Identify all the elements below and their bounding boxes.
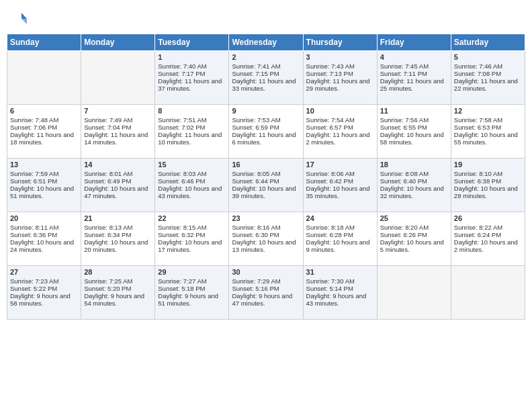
daylight: Daylight: 10 hours and 55 minutes. <box>454 131 518 146</box>
sunrise: Sunrise: 7:43 AM <box>306 62 355 70</box>
day-number: 24 <box>306 214 374 222</box>
day-number: 26 <box>454 214 522 222</box>
daylight: Daylight: 10 hours and 2 minutes. <box>454 238 518 253</box>
calendar-week: 1Sunrise: 7:40 AMSunset: 7:17 PMDaylight… <box>7 51 525 105</box>
calendar-cell: 31Sunrise: 7:30 AMSunset: 5:14 PMDayligh… <box>303 266 377 320</box>
sunrise: Sunrise: 7:53 AM <box>232 116 280 124</box>
calendar-week: 6Sunrise: 7:48 AMSunset: 7:06 PMDaylight… <box>7 105 525 158</box>
sunrise: Sunrise: 8:15 AM <box>158 224 206 231</box>
calendar-cell: 8Sunrise: 7:51 AMSunset: 7:02 PMDaylight… <box>155 105 229 158</box>
calendar-cell: 30Sunrise: 7:29 AMSunset: 5:16 PMDayligh… <box>229 266 303 320</box>
sunrise: Sunrise: 8:06 AM <box>306 170 355 177</box>
calendar-week: 27Sunrise: 7:23 AMSunset: 5:22 PMDayligh… <box>7 266 525 320</box>
sunset: Sunset: 7:13 PM <box>306 70 353 77</box>
daylight: Daylight: 10 hours and 5 minutes. <box>380 238 444 253</box>
calendar-cell: 12Sunrise: 7:58 AMSunset: 6:53 PMDayligh… <box>451 105 525 158</box>
daylight: Daylight: 9 hours and 47 minutes. <box>232 292 292 307</box>
day-number: 2 <box>232 53 300 61</box>
calendar-cell: 15Sunrise: 8:03 AMSunset: 6:46 PMDayligh… <box>155 158 229 212</box>
sunset: Sunset: 5:22 PM <box>10 285 57 292</box>
sunset: Sunset: 6:59 PM <box>232 124 279 131</box>
daylight: Daylight: 10 hours and 24 minutes. <box>10 238 74 253</box>
sunset: Sunset: 6:55 PM <box>380 124 427 131</box>
day-number: 3 <box>306 53 374 61</box>
daylight: Daylight: 11 hours and 25 minutes. <box>380 77 444 92</box>
day-number: 11 <box>380 107 448 115</box>
day-header: Monday <box>81 34 155 51</box>
calendar-cell: 4Sunrise: 7:45 AMSunset: 7:11 PMDaylight… <box>377 51 451 105</box>
sunset: Sunset: 5:16 PM <box>232 285 279 292</box>
daylight: Daylight: 11 hours and 37 minutes. <box>158 77 222 92</box>
calendar-week: 20Sunrise: 8:11 AMSunset: 6:36 PMDayligh… <box>7 212 525 266</box>
sunrise: Sunrise: 8:08 AM <box>380 170 429 177</box>
sunrise: Sunrise: 8:22 AM <box>454 224 502 231</box>
sunrise: Sunrise: 7:58 AM <box>454 116 502 124</box>
day-number: 6 <box>10 107 78 115</box>
sunrise: Sunrise: 7:25 AM <box>84 277 132 285</box>
calendar-cell: 27Sunrise: 7:23 AMSunset: 5:22 PMDayligh… <box>7 266 81 320</box>
daylight: Daylight: 11 hours and 33 minutes. <box>232 77 296 92</box>
calendar-cell: 17Sunrise: 8:06 AMSunset: 6:42 PMDayligh… <box>303 158 377 212</box>
sunset: Sunset: 7:02 PM <box>158 124 205 131</box>
calendar-cell: 20Sunrise: 8:11 AMSunset: 6:36 PMDayligh… <box>7 212 81 266</box>
sunrise: Sunrise: 7:45 AM <box>380 62 429 70</box>
calendar-cell <box>7 51 81 105</box>
day-number: 31 <box>306 268 374 276</box>
daylight: Daylight: 9 hours and 43 minutes. <box>306 292 367 307</box>
daylight: Daylight: 10 hours and 13 minutes. <box>232 238 296 253</box>
sunset: Sunset: 6:38 PM <box>454 177 501 185</box>
sunset: Sunset: 6:24 PM <box>454 231 501 238</box>
day-number: 21 <box>84 214 152 222</box>
day-header: Thursday <box>303 34 377 51</box>
day-number: 19 <box>454 161 522 169</box>
sunset: Sunset: 6:32 PM <box>158 231 205 238</box>
sunset: Sunset: 6:28 PM <box>306 231 353 238</box>
daylight: Daylight: 11 hours and 6 minutes. <box>232 131 296 146</box>
calendar-cell: 14Sunrise: 8:01 AMSunset: 6:49 PMDayligh… <box>81 158 155 212</box>
day-number: 8 <box>158 107 226 115</box>
sunrise: Sunrise: 8:11 AM <box>10 224 58 231</box>
sunrise: Sunrise: 7:27 AM <box>158 277 206 285</box>
day-number: 16 <box>232 161 300 169</box>
day-number: 1 <box>158 53 226 61</box>
sunrise: Sunrise: 7:23 AM <box>10 277 58 285</box>
sunset: Sunset: 7:15 PM <box>232 70 279 77</box>
daylight: Daylight: 10 hours and 9 minutes. <box>306 238 370 253</box>
logo <box>7 9 30 30</box>
sunset: Sunset: 7:08 PM <box>454 70 501 77</box>
sunrise: Sunrise: 7:41 AM <box>232 62 280 70</box>
day-header: Friday <box>377 34 451 51</box>
sunset: Sunset: 6:53 PM <box>454 124 501 131</box>
logo-icon <box>7 9 27 30</box>
sunset: Sunset: 7:06 PM <box>10 124 57 131</box>
sunset: Sunset: 5:20 PM <box>84 285 131 292</box>
calendar-cell: 25Sunrise: 8:20 AMSunset: 6:26 PMDayligh… <box>377 212 451 266</box>
day-header: Saturday <box>451 34 525 51</box>
sunrise: Sunrise: 7:59 AM <box>10 170 58 177</box>
sunrise: Sunrise: 8:13 AM <box>84 224 132 231</box>
day-number: 30 <box>232 268 300 276</box>
svg-marker-0 <box>21 13 27 19</box>
daylight: Daylight: 11 hours and 29 minutes. <box>306 77 370 92</box>
sunrise: Sunrise: 7:48 AM <box>10 116 58 124</box>
daylight: Daylight: 10 hours and 39 minutes. <box>232 185 296 199</box>
calendar-cell: 2Sunrise: 7:41 AMSunset: 7:15 PMDaylight… <box>229 51 303 105</box>
day-number: 17 <box>306 161 374 169</box>
sunrise: Sunrise: 8:05 AM <box>232 170 280 177</box>
calendar-cell: 19Sunrise: 8:10 AMSunset: 6:38 PMDayligh… <box>451 158 525 212</box>
calendar-cell: 13Sunrise: 7:59 AMSunset: 6:51 PMDayligh… <box>7 158 81 212</box>
calendar-table: SundayMondayTuesdayWednesdayThursdayFrid… <box>7 34 525 320</box>
sunset: Sunset: 6:57 PM <box>306 124 353 131</box>
sunset: Sunset: 6:46 PM <box>158 177 205 185</box>
calendar-header: SundayMondayTuesdayWednesdayThursdayFrid… <box>7 34 525 51</box>
day-number: 5 <box>454 53 522 61</box>
calendar-cell: 23Sunrise: 8:16 AMSunset: 6:30 PMDayligh… <box>229 212 303 266</box>
day-number: 13 <box>10 161 78 169</box>
sunset: Sunset: 6:51 PM <box>10 177 57 185</box>
daylight: Daylight: 10 hours and 32 minutes. <box>380 185 444 199</box>
day-number: 23 <box>232 214 300 222</box>
daylight: Daylight: 10 hours and 43 minutes. <box>158 185 222 199</box>
sunset: Sunset: 7:17 PM <box>158 70 205 77</box>
day-number: 29 <box>158 268 226 276</box>
day-number: 20 <box>10 214 78 222</box>
